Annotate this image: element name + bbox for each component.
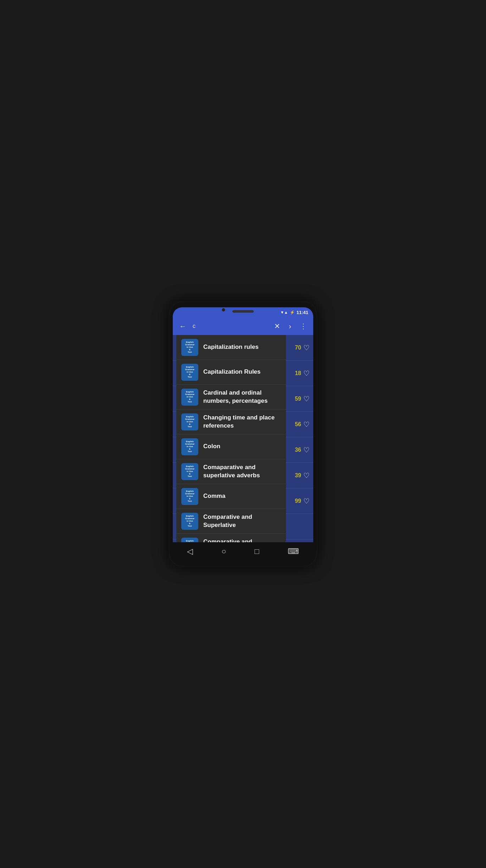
count-badge: 18: [295, 370, 301, 377]
heart-icon[interactable]: ♡: [303, 446, 310, 454]
dropdown-item-7[interactable]: EnglishGrammarin Use&Test Comma: [176, 484, 286, 509]
count-badge: 36: [295, 447, 301, 453]
app-icon-8: EnglishGrammarin Use&Test: [181, 513, 198, 530]
nav-bar: ← c ✕ › ⋮: [173, 317, 313, 335]
close-button[interactable]: ✕: [272, 321, 282, 331]
app-icon-1: EnglishGrammarin Use&Test: [181, 339, 198, 356]
count-badge: 39: [295, 472, 301, 479]
heart-icon[interactable]: ♡: [303, 344, 310, 352]
phone-device: ▼▲ ⚡ 11:41 ← c ✕ › ⋮ › 70 ♡: [169, 301, 317, 567]
battery-icon: ⚡: [290, 310, 295, 315]
app-icon-4: EnglishGrammarin Use&Test: [181, 413, 198, 430]
status-time: 11:41: [297, 310, 308, 315]
phone-speaker: [232, 310, 254, 313]
search-input[interactable]: c: [193, 323, 268, 329]
dropdown-item-3[interactable]: EnglishGrammarin Use&Test Cardinal and o…: [176, 385, 286, 410]
dropdown-item-label-2: Capitalization Rules: [203, 368, 281, 376]
app-icon-5: EnglishGrammarin Use&Test: [181, 438, 198, 455]
dropdown-item-9[interactable]: EnglishGrammarin Use&Test Comparative an…: [176, 534, 286, 542]
dropdown-item-6[interactable]: EnglishGrammarin Use&Test Comaparative a…: [176, 459, 286, 484]
back-nav-button[interactable]: ◁: [182, 545, 198, 557]
recent-nav-button[interactable]: □: [250, 545, 264, 557]
heart-icon[interactable]: ♡: [303, 395, 310, 403]
app-icon-7: EnglishGrammarin Use&Test: [181, 488, 198, 505]
back-button[interactable]: ←: [177, 322, 188, 331]
home-nav-button[interactable]: ○: [216, 545, 231, 557]
app-icon-2: EnglishGrammarin Use&Test: [181, 364, 198, 381]
app-icon-6: EnglishGrammarin Use&Test: [181, 463, 198, 480]
heart-icon[interactable]: ♡: [303, 471, 310, 480]
forward-button[interactable]: ›: [287, 322, 293, 331]
heart-icon[interactable]: ♡: [303, 420, 310, 429]
phone-camera: [222, 308, 225, 312]
count-badge: 59: [295, 396, 301, 402]
dropdown-item-2[interactable]: EnglishGrammarin Use&Test Capitalization…: [176, 360, 286, 385]
wifi-icon: ▼▲: [280, 310, 288, 314]
dropdown-item-label-7: Comma: [203, 492, 281, 500]
dropdown-item-5[interactable]: EnglishGrammarin Use&Test Colon: [176, 434, 286, 459]
keyboard-nav-button[interactable]: ⌨: [283, 545, 304, 557]
autocomplete-dropdown: EnglishGrammarin Use&Test Capitalization…: [176, 335, 286, 542]
bottom-nav: ◁ ○ □ ⌨: [173, 542, 313, 561]
heart-icon[interactable]: ♡: [303, 369, 310, 378]
dropdown-item-label-8: Comparative and Superlative: [203, 513, 281, 529]
app-icon-9: EnglishGrammarin Use&Test: [181, 538, 198, 543]
app-icon-3: EnglishGrammarin Use&Test: [181, 389, 198, 406]
phone-screen: ▼▲ ⚡ 11:41 ← c ✕ › ⋮ › 70 ♡: [173, 307, 313, 561]
count-badge: 70: [295, 345, 301, 351]
dropdown-item-label-1: Capitalization rules: [203, 343, 281, 351]
dropdown-item-label-3: Cardinal and ordinal numbers, percentage…: [203, 389, 281, 405]
dropdown-item-label-9: Comparative and superlative adjectives: [203, 538, 281, 542]
dropdown-item-1[interactable]: EnglishGrammarin Use&Test Capitalization…: [176, 335, 286, 360]
count-badge: 99: [295, 498, 301, 504]
dropdown-item-8[interactable]: EnglishGrammarin Use&Test Comparative an…: [176, 509, 286, 534]
count-badge: 56: [295, 421, 301, 428]
dropdown-item-label-6: Comaparative and superlative adverbs: [203, 463, 281, 479]
main-content: › 70 ♡ › 18 ♡ ›: [173, 335, 313, 542]
dropdown-item-4[interactable]: EnglishGrammarin Use&Test Changing time …: [176, 410, 286, 434]
dropdown-item-label-5: Colon: [203, 443, 281, 450]
dropdown-item-label-4: Changing time and place references: [203, 414, 281, 429]
status-icons: ▼▲ ⚡ 11:41: [280, 310, 308, 315]
heart-icon[interactable]: ♡: [303, 497, 310, 505]
menu-button[interactable]: ⋮: [298, 321, 309, 331]
